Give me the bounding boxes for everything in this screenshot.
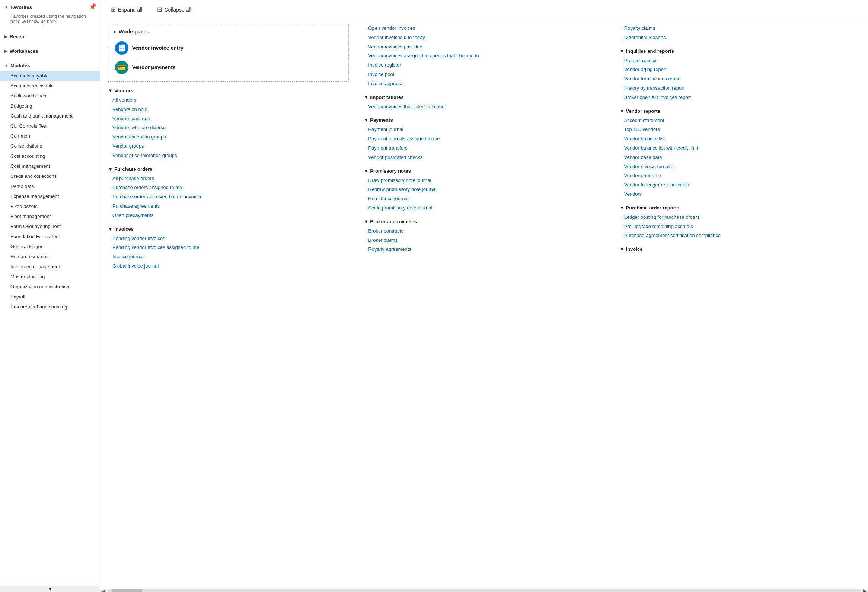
- import-failures-header: ▼ Import failures: [364, 94, 604, 100]
- nav-link-vendors-who-are-diverse[interactable]: Vendors who are diverse: [108, 123, 349, 133]
- vendor-invoice-entry-icon: 🧾: [115, 41, 128, 55]
- nav-link-broker-claims[interactable]: Broker claims: [364, 236, 604, 245]
- expand-all-button[interactable]: ⊞ Expand all: [108, 4, 145, 15]
- workspace-item-vendor-payments[interactable]: 💳 Vendor payments: [113, 58, 344, 77]
- sidebar-item-budgeting[interactable]: Budgeting: [0, 101, 100, 111]
- sidebar-item-foundation-forms[interactable]: Foundation Forms Test: [0, 231, 100, 242]
- nav-link-open-vendor-invoices[interactable]: Open vendor invoices: [364, 24, 604, 33]
- nav-link-vendor-groups[interactable]: Vendor groups: [108, 142, 349, 151]
- workspace-item-vendor-invoice-entry[interactable]: 🧾 Vendor invoice entry: [113, 38, 344, 58]
- sidebar-item-expense-management[interactable]: Expense management: [0, 191, 100, 201]
- nav-link-vendor-invoices-due-today[interactable]: Vendor invoices due today: [364, 33, 604, 43]
- sidebar-recent-header[interactable]: ▶ Recent: [0, 32, 100, 42]
- nav-link-broker-open-ar-invoices-report[interactable]: Broker open AR invoices report: [620, 93, 861, 102]
- nav-link-vendor-to-ledger-reconciliation[interactable]: Vendor to ledger reconciliation: [620, 180, 861, 190]
- scroll-left-arrow[interactable]: ◀: [100, 588, 107, 592]
- nav-link-royalty-agreements[interactable]: Royalty agreements: [364, 245, 604, 254]
- sidebar-item-cash-bank[interactable]: Cash and bank management: [0, 111, 100, 121]
- nav-link-global-invoice-journal[interactable]: Global invoice journal: [108, 262, 349, 271]
- nav-link-purchase-agreements[interactable]: Purchase agreements: [108, 202, 349, 211]
- nav-link-vendor-invoices-assigned-to-queues-that-i-belong-to[interactable]: Vendor invoices assigned to queues that …: [364, 52, 604, 60]
- nav-link-vendors-past-due[interactable]: Vendors past due: [108, 114, 349, 124]
- nav-link-purchase-agreement-certification-compliance[interactable]: Purchase agreement certification complia…: [620, 231, 861, 240]
- nav-link-pre-upgrade-remaining-accruals[interactable]: Pre-upgrade remaining accruals: [620, 222, 861, 231]
- nav-link-vendor-invoice-turnover[interactable]: Vendor invoice turnover: [620, 162, 861, 172]
- nav-link-payment-transfers[interactable]: Payment transfers: [364, 144, 604, 153]
- nav-link-remittance-journal[interactable]: Remittance journal: [364, 194, 604, 203]
- vendor-invoice-entry-label: Vendor invoice entry: [132, 45, 183, 51]
- nav-link-ledger-posting-for-purchase-orders[interactable]: Ledger posting for purchase orders: [620, 213, 861, 222]
- nav-link-differential-reasons[interactable]: Differential reasons: [620, 33, 861, 43]
- invoices-section: ▼ Invoices Pending vendor invoicesPendin…: [108, 226, 349, 271]
- collapse-all-button[interactable]: ⊟ Collapse all: [154, 4, 194, 15]
- sidebar-item-credit-collections[interactable]: Credit and collections: [0, 171, 100, 181]
- sidebar-item-consolidations[interactable]: Consolidations: [0, 141, 100, 151]
- sidebar-item-fleet-management[interactable]: Fleet management: [0, 211, 100, 221]
- nav-link-open-prepayments[interactable]: Open prepayments: [108, 211, 349, 220]
- sidebar-item-procurement[interactable]: Procurement and sourcing: [0, 302, 100, 312]
- nav-link-invoice-register[interactable]: Invoice register: [364, 60, 604, 70]
- sidebar-item-general-ledger[interactable]: General ledger: [0, 242, 100, 252]
- sidebar-scroll-arrow-down[interactable]: ▼: [0, 586, 100, 592]
- nav-link-vendor-balance-list-with-credit-limit[interactable]: Vendor balance list with credit limit: [620, 144, 861, 153]
- sidebar-workspaces-header[interactable]: ▶ Workspaces: [0, 46, 100, 56]
- nav-link-vendor-invoices-past-due[interactable]: Vendor invoices past due: [364, 43, 604, 52]
- nav-link-product-receipt[interactable]: Product receipt: [620, 56, 861, 65]
- nav-link-vendor-exception-groups[interactable]: Vendor exception groups: [108, 133, 349, 142]
- bottom-scrollbar[interactable]: ◀ ▶: [100, 589, 868, 592]
- nav-link-royalty-claims[interactable]: Royalty claims: [620, 24, 861, 33]
- nav-link-vendor-balance-list[interactable]: Vendor balance list: [620, 134, 861, 144]
- scrollbar-thumb[interactable]: [112, 589, 142, 592]
- sidebar-item-fixed-assets[interactable]: Fixed assets: [0, 201, 100, 211]
- nav-link-vendors-on-hold[interactable]: Vendors on hold: [108, 105, 349, 114]
- nav-link-top-100-vendors[interactable]: Top 100 vendors: [620, 125, 861, 134]
- nav-link-vendor-base-data[interactable]: Vendor base data: [620, 153, 861, 162]
- nav-link-payment-journal[interactable]: Payment journal: [364, 125, 604, 134]
- sidebar-item-human-resources[interactable]: Human resources: [0, 252, 100, 262]
- nav-link-settle-promissory-note-journal[interactable]: Settle promissory note journal: [364, 203, 604, 213]
- nav-link-account-statement[interactable]: Account statement: [620, 116, 861, 125]
- sidebar-item-accounts-receivable[interactable]: Accounts receivable: [0, 81, 100, 91]
- nav-link-invoice-pool[interactable]: Invoice pool: [364, 70, 604, 79]
- nav-link-all-purchase-orders[interactable]: All purchase orders: [108, 174, 349, 183]
- nav-link-vendor-postdated-checks[interactable]: Vendor postdated checks: [364, 153, 604, 162]
- nav-link-invoice-approval[interactable]: Invoice approval: [364, 79, 604, 88]
- nav-link-vendor-phone-list[interactable]: Vendor phone list: [620, 171, 861, 180]
- nav-link-purchase-orders-assigned-to-me[interactable]: Purchase orders assigned to me: [108, 183, 349, 192]
- sidebar-item-cost-management[interactable]: Cost management: [0, 161, 100, 171]
- sidebar-item-common[interactable]: Common: [0, 131, 100, 141]
- nav-link-redraw-promissory-note-journal[interactable]: Redraw promissory note journal: [364, 185, 604, 194]
- nav-link-draw-promissory-note-journal[interactable]: Draw promissory note journal: [364, 176, 604, 185]
- sidebar-item-cost-accounting[interactable]: Cost accounting: [0, 151, 100, 161]
- payments-header: ▼ Payments: [364, 117, 604, 123]
- nav-link-pending-vendor-invoices[interactable]: Pending vendor invoices: [108, 234, 349, 243]
- vendors-title: Vendors: [114, 88, 133, 93]
- sidebar-favorites-header[interactable]: ▼ Favorites: [0, 2, 100, 12]
- nav-link-all-vendors[interactable]: All vendors: [108, 96, 349, 105]
- nav-link-vendors[interactable]: Vendors: [620, 190, 861, 199]
- nav-link-broker-contracts[interactable]: Broker contracts: [364, 227, 604, 236]
- sidebar-item-payroll[interactable]: Payroll: [0, 292, 100, 302]
- content-col-1: ▼ Workspaces 🧾 Vendor invoice entry 💳 Ve…: [108, 24, 349, 585]
- nav-link-history-by-transaction-report[interactable]: History by transaction report: [620, 84, 861, 93]
- sidebar-item-inventory-management[interactable]: Inventory management: [0, 262, 100, 272]
- sidebar-item-org-admin[interactable]: Organization administration: [0, 282, 100, 292]
- nav-link-vendor-invoices-that-failed-to-import[interactable]: Vendor invoices that failed to import: [364, 102, 604, 112]
- sidebar-item-form-overlayering[interactable]: Form Overlayering Test: [0, 221, 100, 231]
- nav-link-payment-journals-assigned-to-me[interactable]: Payment journals assigned to me: [364, 134, 604, 144]
- nav-link-pending-vendor-invoices-assigned-to-me[interactable]: Pending vendor invoices assigned to me: [108, 243, 349, 252]
- sidebar-item-demo-data[interactable]: Demo data: [0, 181, 100, 191]
- sidebar-item-accounts-payable[interactable]: Accounts payable: [0, 71, 100, 81]
- sidebar-item-master-planning[interactable]: Master planning: [0, 272, 100, 282]
- nav-link-vendor-price-tolerance-groups[interactable]: Vendor price tolerance groups: [108, 151, 349, 161]
- sidebar-item-cli-controls[interactable]: CLI Controls Test: [0, 121, 100, 131]
- workspaces-triangle: ▶: [4, 49, 7, 53]
- scroll-right-arrow[interactable]: ▶: [862, 588, 868, 592]
- nav-link-purchase-orders-received-but-not-invoiced[interactable]: Purchase orders received but not invoice…: [108, 192, 349, 202]
- nav-link-vendor-aging-report[interactable]: Vendor aging report: [620, 65, 861, 74]
- nav-link-vendor-transactions-report[interactable]: Vendor transactions report: [620, 74, 861, 84]
- pin-icon[interactable]: 📌: [89, 3, 96, 10]
- sidebar-modules-header[interactable]: ▼ Modules: [0, 60, 100, 71]
- nav-link-invoice-journal[interactable]: Invoice journal: [108, 252, 349, 262]
- sidebar-item-audit-workbench[interactable]: Audit workbench: [0, 91, 100, 101]
